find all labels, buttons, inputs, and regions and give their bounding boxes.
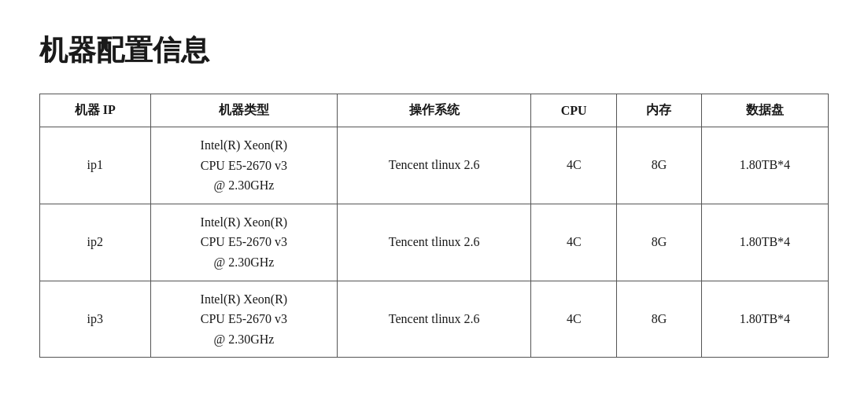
cell-data-disk: 1.80TB*4 (701, 281, 828, 358)
cell-ip: ip1 (40, 127, 151, 204)
cell-os: Tencent tlinux 2.6 (338, 127, 531, 204)
cell-memory: 8G (617, 281, 702, 358)
cell-ip: ip2 (40, 204, 151, 281)
table-row: ip2Intel(R) Xeon(R)CPU E5-2670 v3@ 2.30G… (40, 204, 829, 281)
cell-os: Tencent tlinux 2.6 (338, 204, 531, 281)
cell-cpu: 4C (531, 281, 617, 358)
header-memory: 内存 (617, 94, 702, 127)
cell-ip: ip3 (40, 281, 151, 358)
cell-machine-type: Intel(R) Xeon(R)CPU E5-2670 v3@ 2.30GHz (150, 127, 338, 204)
cell-data-disk: 1.80TB*4 (701, 204, 828, 281)
header-machine-type: 机器类型 (150, 94, 338, 127)
cell-cpu: 4C (531, 127, 617, 204)
cell-machine-type: Intel(R) Xeon(R)CPU E5-2670 v3@ 2.30GHz (150, 281, 338, 358)
config-table: 机器 IP 机器类型 操作系统 CPU 内存 数据盘 ip1Intel(R) X… (39, 94, 829, 358)
header-os: 操作系统 (338, 94, 531, 127)
table-header-row: 机器 IP 机器类型 操作系统 CPU 内存 数据盘 (40, 94, 829, 127)
cell-os: Tencent tlinux 2.6 (338, 281, 531, 358)
cell-data-disk: 1.80TB*4 (701, 127, 828, 204)
cell-cpu: 4C (531, 204, 617, 281)
table-row: ip3Intel(R) Xeon(R)CPU E5-2670 v3@ 2.30G… (40, 281, 829, 358)
cell-machine-type: Intel(R) Xeon(R)CPU E5-2670 v3@ 2.30GHz (150, 204, 338, 281)
cell-memory: 8G (617, 127, 702, 204)
header-cpu: CPU (531, 94, 617, 127)
header-data-disk: 数据盘 (701, 94, 828, 127)
header-machine-ip: 机器 IP (40, 94, 151, 127)
page-title: 机器配置信息 (39, 31, 829, 70)
table-row: ip1Intel(R) Xeon(R)CPU E5-2670 v3@ 2.30G… (40, 127, 829, 204)
cell-memory: 8G (617, 204, 702, 281)
